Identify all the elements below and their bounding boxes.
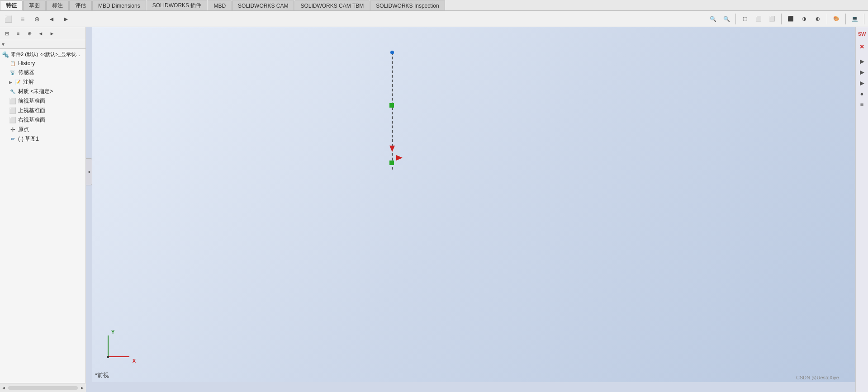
tab-mbd-dimensions[interactable]: MBD Dimensions [92, 0, 146, 10]
endpoint-top [390, 51, 394, 54]
collapse-arrow: ◄ [87, 170, 91, 174]
origin-dot [107, 356, 109, 358]
filter-bar: ▾ [0, 40, 85, 49]
history-label: History [18, 60, 35, 66]
tree-item-sensors[interactable]: 📡 传感器 [0, 68, 85, 77]
panel-btn-grid[interactable]: ⊞ [2, 28, 12, 38]
view-tool-8[interactable]: ◐ [811, 13, 824, 25]
panel-btn-list[interactable]: ≡ [13, 28, 23, 38]
panel-btn-next[interactable]: ► [47, 28, 57, 38]
panel-btn-center[interactable]: ⊕ [24, 28, 34, 38]
tree-item-annotation[interactable]: ▶ 📝 注解 [0, 77, 85, 87]
filter-icon: ▾ [2, 41, 5, 47]
tree-root-item[interactable]: 🔩 零件2 (默认) <<默认>_显示状... [0, 50, 85, 59]
right-icon-3[interactable]: ▶ [857, 78, 867, 88]
panel-toolbar: ⊞ ≡ ⊕ ◄ ► [0, 27, 85, 40]
right-icons-panel: SW ✕ ▶ ▶ ▶ ● ≡ [855, 27, 868, 392]
view-tool-4[interactable]: ⬜ [752, 13, 765, 25]
sketch-axis-line [392, 52, 393, 170]
front-plane-label: 前视基准面 [18, 97, 45, 105]
tab-sw-cam-tbm[interactable]: SOLIDWORKS CAM TBM [294, 0, 370, 10]
view-tool-search[interactable]: 🔍 [707, 13, 719, 25]
main-toolbar: ⬜ ≡ ⊕ ◄ ► 🔍 🔍 ⬚ ⬜ ⬜ ⬛ ◑ ◐ 🎨 💻 [0, 11, 868, 27]
origin-label: 原点 [18, 126, 29, 133]
tree-item-origin[interactable]: ✛ 原点 [0, 125, 85, 134]
tree-item-top-plane[interactable]: ⬜ 上视基准面 [0, 106, 85, 115]
right-icon-2[interactable]: ▶ [857, 67, 867, 77]
toolbar-btn-3[interactable]: ⊕ [31, 13, 43, 25]
toolbar-divider-5 [864, 14, 864, 24]
view-tool-5[interactable]: ⬜ [766, 13, 778, 25]
tree-item-history[interactable]: 📋 History [0, 59, 85, 68]
tab-evaluate[interactable]: 评估 [69, 0, 92, 10]
left-panel: ⊞ ≡ ⊕ ◄ ► ▾ 🔩 零件2 (默认) <<默认>_显示状... 📋 Hi… [0, 27, 86, 383]
right-icon-sw[interactable]: SW [857, 29, 867, 39]
tree-item-right-plane[interactable]: ⬜ 右视基准面 [0, 115, 85, 125]
root-label: 零件2 (默认) <<默认>_显示状... [11, 51, 80, 58]
tree-item-sketch1[interactable]: ✏ (-) 草图1 [0, 134, 85, 144]
panel-collapse-handle[interactable]: ◄ [86, 158, 92, 185]
toolbar-btn-1[interactable]: ⬜ [2, 13, 14, 25]
tree-item-front-plane[interactable]: ⬜ 前视基准面 [0, 96, 85, 106]
tab-sw-plugins[interactable]: SOLIDWORKS 插件 [147, 0, 208, 10]
view-tool-6[interactable]: ⬛ [784, 13, 797, 25]
sketch1-icon: ✏ [9, 136, 16, 143]
tree-area: 🔩 零件2 (默认) <<默认>_显示状... 📋 History 📡 传感器 … [0, 49, 85, 383]
tree-item-material[interactable]: 🔧 材质 <未指定> [0, 87, 85, 96]
material-label: 材质 <未指定> [18, 88, 53, 95]
arrow-down [389, 146, 395, 152]
tab-mbd[interactable]: MBD [208, 0, 232, 10]
canvas-area[interactable]: Y X *前视 CSDN @UestcXiye [92, 27, 855, 382]
watermark: CSDN @UestcXiye [796, 375, 839, 380]
sensors-label: 传感器 [18, 69, 34, 76]
history-icon: 📋 [9, 60, 16, 67]
annotation-icon: 📝 [14, 79, 21, 86]
toolbar-btn-5[interactable]: ► [60, 13, 72, 25]
sketch1-label: (-) 草图1 [18, 135, 39, 143]
toolbar-btn-2[interactable]: ≡ [16, 13, 29, 25]
view-label: *前视 [95, 371, 109, 379]
x-axis-label: X [133, 358, 136, 364]
origin-icon: ✛ [9, 126, 16, 133]
top-plane-label: 上视基准面 [18, 107, 45, 114]
endpoint-bottom-green [389, 161, 394, 165]
root-icon: 🔩 [2, 51, 9, 58]
toolbar-divider-2 [781, 14, 782, 24]
tab-features[interactable]: 特征 [0, 0, 23, 10]
tab-markup[interactable]: 标注 [46, 0, 69, 10]
view-tool-color[interactable]: 🎨 [830, 13, 843, 25]
toolbar-btn-4[interactable]: ◄ [45, 13, 58, 25]
right-plane-icon: ⬜ [9, 117, 16, 124]
view-tool-search2[interactable]: 🔍 [720, 13, 733, 25]
scroll-left-arrow[interactable]: ◄ [0, 384, 7, 392]
panel-btn-prev[interactable]: ◄ [36, 28, 46, 38]
sensors-icon: 📡 [9, 69, 16, 76]
right-icon-4[interactable]: ● [857, 89, 867, 99]
arrow-right [396, 155, 403, 161]
scroll-right-arrow[interactable]: ► [79, 384, 86, 392]
top-plane-icon: ⬜ [9, 107, 16, 114]
right-icon-close[interactable]: ✕ [857, 42, 867, 52]
toolbar-divider-4 [845, 14, 846, 24]
view-tool-7[interactable]: ◑ [798, 13, 811, 25]
y-axis: Y [108, 335, 109, 357]
tab-sw-cam[interactable]: SOLIDWORKS CAM [232, 0, 294, 10]
annotation-label: 注解 [23, 78, 34, 86]
tab-sketch[interactable]: 草图 [23, 0, 46, 10]
toolbar-divider-1 [735, 14, 736, 24]
y-axis-label: Y [111, 329, 114, 335]
midpoint-green [389, 103, 394, 108]
view-tool-monitor[interactable]: 💻 [849, 13, 861, 25]
bottom-scrollbar[interactable]: ◄ ► [0, 383, 86, 392]
right-icon-5[interactable]: ≡ [857, 99, 867, 109]
front-plane-icon: ⬜ [9, 98, 16, 105]
toolbar-divider-3 [827, 14, 827, 24]
tab-sw-inspection[interactable]: SOLIDWORKS Inspection [370, 0, 445, 10]
view-tool-3[interactable]: ⬚ [739, 13, 751, 25]
annotation-chevron: ▶ [9, 80, 12, 85]
right-icon-1[interactable]: ▶ [857, 56, 867, 66]
material-icon: 🔧 [9, 88, 16, 95]
right-plane-label: 右视基准面 [18, 116, 45, 124]
scroll-track[interactable] [8, 386, 78, 390]
x-axis: X [108, 356, 129, 357]
